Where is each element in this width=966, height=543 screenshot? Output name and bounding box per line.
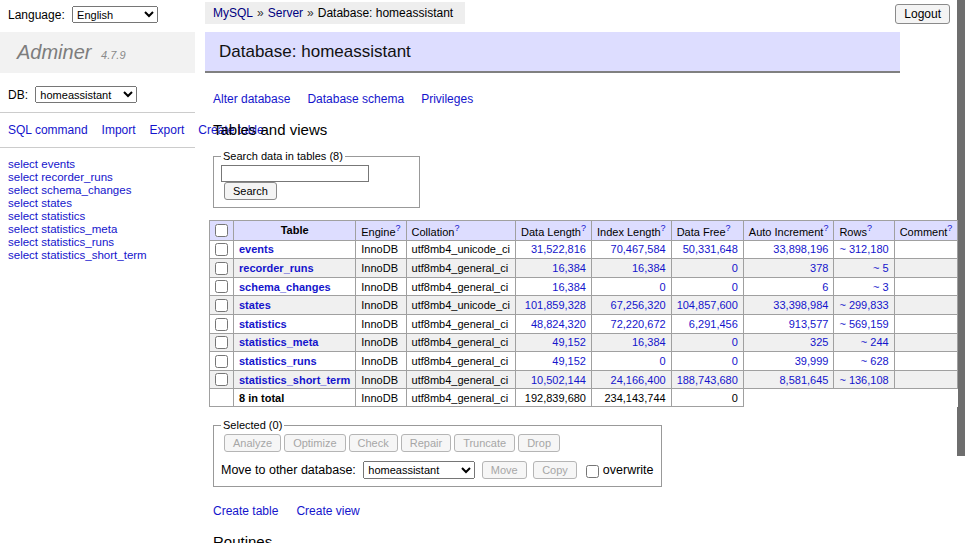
analyze-button[interactable]: Analyze [224,434,281,452]
comment-cell [894,352,958,371]
help-link[interactable]: ? [661,223,666,233]
help-link[interactable]: ? [454,223,459,233]
rows-estimate-link[interactable]: ~ 569,159 [839,318,888,330]
total-empty-cell [210,389,234,407]
truncate-button[interactable]: Truncate [454,434,515,452]
row-checkbox[interactable] [215,355,228,368]
collation-cell: utf8mb4_general_ci [406,259,515,278]
column-header: Engine? [356,221,406,241]
move-database-select[interactable]: homeassistant [363,461,475,479]
table-row: schema_changesInnoDButf8mb4_general_ci16… [210,277,958,296]
row-checkbox[interactable] [215,336,228,349]
rows-estimate-link[interactable]: ~ 312,180 [839,243,888,255]
help-link[interactable]: ? [823,223,828,233]
sidebar-table-links: select eventsselect recorder_runsselect … [8,158,195,262]
table-name-link[interactable]: statistics [239,318,287,330]
sidebar-select-link[interactable]: select states [8,197,195,210]
row-checkbox[interactable] [215,299,228,312]
breadcrumb-link[interactable]: MySQL [213,6,253,20]
sidebar-select-link[interactable]: select statistics_runs [8,236,195,249]
logout-button[interactable]: Logout [895,4,950,24]
row-checkbox[interactable] [215,243,228,256]
copy-button[interactable]: Copy [533,461,577,479]
create-link[interactable]: Create table [213,504,278,518]
row-checkbox[interactable] [215,373,228,386]
move-button[interactable]: Move [482,461,527,479]
sidebar-select-link[interactable]: select events [8,158,195,171]
db-label: DB: [8,88,28,102]
optimize-button[interactable]: Optimize [284,434,345,452]
rows-cell: ~ 136,108 [834,370,894,389]
row-checkbox[interactable] [215,318,228,331]
sidebar-select-link[interactable]: select statistics [8,210,195,223]
drop-button[interactable]: Drop [518,434,560,452]
rows-estimate-link[interactable]: ~ 299,833 [839,299,888,311]
help-link[interactable]: ? [867,223,872,233]
index-length-cell: 24,166,400 [591,370,671,389]
rows-cell: ~ 3 [834,277,894,296]
breadcrumb-separator: » [307,6,314,20]
table-row: statistics_metaInnoDButf8mb4_general_ci4… [210,333,958,352]
db-select[interactable]: homeassistant [35,86,137,103]
table-name-cell: statistics_meta [234,333,356,352]
data-free-cell: 50,331,648 [671,240,743,259]
rows-estimate-link[interactable]: ~ 136,108 [839,374,888,386]
sidebar-select-link[interactable]: select schema_changes [8,184,195,197]
language-select[interactable]: English [72,6,158,23]
help-link[interactable]: ? [396,223,401,233]
help-superscript: ? [454,223,459,233]
total-data-length-cell: 192,839,680 [516,389,592,407]
data-free-cell: 0 [671,352,743,371]
auto-increment-cell: 39,999 [743,352,834,371]
collation-cell: utf8mb4_general_ci [406,315,515,334]
search-input[interactable] [221,165,369,182]
database-action-link[interactable]: Privileges [421,92,473,106]
data-length-cell: 16,384 [516,277,592,296]
database-action-link[interactable]: Alter database [213,92,290,106]
search-legend: Search data in tables (8) [221,150,345,162]
help-link[interactable]: ? [726,223,731,233]
rows-estimate-link[interactable]: ~ 244 [861,336,889,348]
rows-estimate-link[interactable]: ~ 3 [873,281,889,293]
row-checkbox[interactable] [215,280,228,293]
total-index-length-cell: 234,143,744 [591,389,671,407]
table-name-cell: recorder_runs [234,259,356,278]
breadcrumb-separator: » [257,6,264,20]
table-name-link[interactable]: schema_changes [239,281,331,293]
select-all-checkbox[interactable] [215,224,228,237]
repair-button[interactable]: Repair [401,434,451,452]
check-button[interactable]: Check [349,434,398,452]
sidebar-select-link[interactable]: select statistics_short_term [8,249,195,262]
engine-cell: InnoDB [356,296,406,315]
table-name-link[interactable]: events [239,243,274,255]
app-title: Adminer 4.7.9 [0,32,195,73]
sidebar-menu-link[interactable]: Import [102,123,136,137]
table-name-link[interactable]: recorder_runs [239,262,314,274]
sidebar-menu-link[interactable]: Export [150,123,185,137]
engine-cell: InnoDB [356,277,406,296]
help-superscript: ? [396,223,401,233]
table-name-link[interactable]: statistics_runs [239,355,317,367]
table-name-link[interactable]: statistics_short_term [239,374,350,386]
tables-table-header: TableEngine?Collation?Data Length?Index … [210,221,958,241]
help-link[interactable]: ? [581,223,586,233]
index-length-cell: 0 [591,277,671,296]
row-checkbox[interactable] [215,262,228,275]
column-header-label: Data Length [521,226,581,238]
sidebar-select-link[interactable]: select recorder_runs [8,171,195,184]
rows-estimate-link[interactable]: ~ 5 [873,262,889,274]
sidebar-menu-link[interactable]: SQL command [8,123,88,137]
table-name-link[interactable]: states [239,299,271,311]
table-name-link[interactable]: statistics_meta [239,336,319,348]
column-header: Table [234,221,356,241]
database-action-link[interactable]: Database schema [307,92,404,106]
overwrite-checkbox[interactable] [586,465,599,478]
main-content: MySQL»Server»Database: homeassistant Dat… [205,0,900,543]
create-link[interactable]: Create view [296,504,359,518]
rows-estimate-link[interactable]: ~ 628 [861,355,889,367]
data-length-cell: 16,384 [516,259,592,278]
help-link[interactable]: ? [947,223,952,233]
search-button[interactable]: Search [224,182,277,200]
sidebar-select-link[interactable]: select statistics_meta [8,223,195,236]
breadcrumb-link[interactable]: Server [268,6,303,20]
